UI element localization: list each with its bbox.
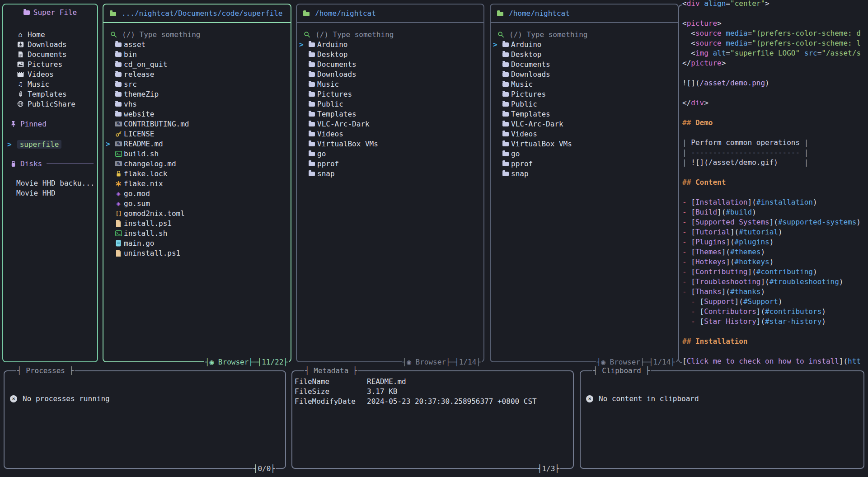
file-name: Templates bbox=[511, 110, 550, 118]
file-row[interactable]: go bbox=[491, 149, 677, 159]
search-icon bbox=[109, 30, 117, 38]
folder-icon bbox=[308, 140, 316, 148]
file-row[interactable]: VLC-Arc-Dark bbox=[491, 119, 677, 129]
file-panel-2[interactable]: /home/nightcat(/) Type something>Arduino… bbox=[296, 4, 484, 362]
file-name: Desktop bbox=[511, 50, 541, 59]
file-row[interactable]: main.go bbox=[103, 238, 290, 248]
file-row[interactable]: Videos bbox=[297, 129, 483, 139]
file-row[interactable]: bin bbox=[103, 49, 290, 59]
file-row[interactable]: Videos bbox=[491, 129, 677, 139]
file-name: pprof bbox=[511, 159, 533, 168]
sidebar-item-home[interactable]: ⌂Home bbox=[3, 29, 97, 39]
preview-line: - [Troubleshooting](#troubleshooting) bbox=[682, 277, 868, 287]
file-row[interactable]: M↓CONTRIBUTING.md bbox=[103, 119, 290, 129]
file-row[interactable]: themeZip bbox=[103, 89, 290, 99]
file-row[interactable]: website bbox=[103, 109, 290, 119]
sidebar-item-music[interactable]: ♫Music bbox=[3, 79, 97, 89]
file-row[interactable]: uninstall.ps1 bbox=[103, 248, 290, 258]
file-row[interactable]: Public bbox=[297, 99, 483, 109]
key-icon bbox=[114, 130, 122, 138]
file-row[interactable]: Downloads bbox=[491, 69, 677, 79]
file-row[interactable]: Music bbox=[297, 79, 483, 89]
folder-icon bbox=[114, 100, 122, 108]
disk-item[interactable]: Movie HHD backu... bbox=[3, 178, 97, 188]
file-row[interactable]: []gomod2nix.toml bbox=[103, 208, 290, 218]
file-name: Pictures bbox=[511, 90, 546, 98]
file-panel-1[interactable]: .../nightcat/Documents/code/superfile(/)… bbox=[103, 4, 291, 362]
file-row[interactable]: Documents bbox=[491, 59, 677, 69]
file-row[interactable]: install.sh bbox=[103, 228, 290, 238]
file-row[interactable]: Desktop bbox=[297, 49, 483, 59]
file-row[interactable]: Pictures bbox=[491, 89, 677, 99]
file-row[interactable]: snap bbox=[297, 168, 483, 178]
file-name: VLC-Arc-Dark bbox=[511, 120, 563, 128]
file-name: cd_on_quit bbox=[124, 60, 167, 69]
file-row[interactable]: Documents bbox=[297, 59, 483, 69]
sidebar-item-templates[interactable]: Templates bbox=[3, 89, 97, 99]
file-row[interactable]: VirtualBox VMs bbox=[491, 139, 677, 149]
file-row[interactable]: build.sh bbox=[103, 149, 290, 159]
sidebar-item-videos[interactable]: Videos bbox=[3, 69, 97, 79]
file-row[interactable]: >Arduino bbox=[297, 39, 483, 49]
metadata-key: FileName bbox=[295, 377, 329, 386]
file-row[interactable]: Desktop bbox=[491, 49, 677, 59]
folder-icon bbox=[308, 60, 316, 68]
search-input[interactable]: (/) Type something bbox=[297, 29, 483, 39]
processes-empty-row: × No processes running bbox=[10, 394, 110, 403]
folder-icon bbox=[114, 90, 122, 98]
file-row[interactable]: Templates bbox=[491, 109, 677, 119]
preview-line: - [Installation](#installation) bbox=[682, 197, 868, 207]
file-row[interactable]: VLC-Arc-Dark bbox=[297, 119, 483, 129]
preview-line: [Click me to check on how to install](ht… bbox=[682, 356, 868, 366]
search-input[interactable]: (/) Type something bbox=[103, 29, 290, 39]
preview-line: ![](/asset/demo.png) bbox=[682, 78, 868, 88]
sidebar-item-documents[interactable]: Documents bbox=[3, 49, 97, 59]
cursor-icon: > bbox=[299, 40, 304, 49]
download-icon bbox=[16, 41, 25, 48]
sidebar-section-disks: Disks bbox=[3, 159, 97, 168]
file-row[interactable]: *flake.nix bbox=[103, 178, 290, 188]
file-row[interactable]: release bbox=[103, 69, 290, 79]
file-row[interactable]: vhs bbox=[103, 99, 290, 109]
file-panel-3[interactable]: /home/nightcat(/) Type something>Arduino… bbox=[490, 4, 679, 362]
file-name: Templates bbox=[317, 110, 357, 118]
file-row[interactable]: Templates bbox=[297, 109, 483, 119]
file-row[interactable]: asset bbox=[103, 39, 290, 49]
preview-line: - [Contributing](#contributing) bbox=[682, 267, 868, 277]
sidebar-item-publicshare[interactable]: PublicShare bbox=[3, 99, 97, 109]
file-row[interactable]: Pictures bbox=[297, 89, 483, 99]
file-row[interactable]: Music bbox=[491, 79, 677, 89]
file-name: snap bbox=[317, 169, 335, 178]
sidebar-item-pictures[interactable]: Pictures bbox=[3, 59, 97, 69]
file-row[interactable]: cd_on_quit bbox=[103, 59, 290, 69]
folder-icon bbox=[114, 60, 122, 68]
pinned-item-superfile[interactable]: > superfile bbox=[3, 139, 97, 149]
sidebar-item-downloads[interactable]: Downloads bbox=[3, 39, 97, 49]
file-row[interactable]: pprof bbox=[491, 159, 677, 168]
file-name: release bbox=[124, 70, 154, 79]
markdown-icon: M↓ bbox=[114, 140, 122, 148]
file-name: go bbox=[511, 150, 520, 158]
search-input[interactable]: (/) Type something bbox=[491, 29, 677, 39]
folder-icon bbox=[502, 70, 510, 78]
disk-item[interactable]: Movie HHD bbox=[3, 188, 97, 198]
file-row[interactable]: LICENSE bbox=[103, 129, 290, 139]
file-row[interactable]: >Arduino bbox=[491, 39, 677, 49]
file-row[interactable]: pprof bbox=[297, 159, 483, 168]
file-row[interactable]: >M↓README.md bbox=[103, 139, 290, 149]
file-row[interactable]: snap bbox=[491, 168, 677, 178]
file-row[interactable]: install.ps1 bbox=[103, 218, 290, 228]
file-row[interactable]: ◈go.mod bbox=[103, 188, 290, 198]
file-row[interactable]: Downloads bbox=[297, 69, 483, 79]
folder-icon bbox=[502, 169, 510, 178]
music-icon: ♫ bbox=[16, 80, 25, 88]
file-row[interactable]: flake.lock bbox=[103, 168, 290, 178]
file-row[interactable]: go bbox=[297, 149, 483, 159]
file-row[interactable]: ◈go.sum bbox=[103, 198, 290, 208]
file-row[interactable]: src bbox=[103, 79, 290, 89]
sidebar-item-label: PublicShare bbox=[28, 100, 75, 108]
shell-icon bbox=[114, 229, 122, 237]
file-row[interactable]: VirtualBox VMs bbox=[297, 139, 483, 149]
file-row[interactable]: Public bbox=[491, 99, 677, 109]
file-row[interactable]: M↓changelog.md bbox=[103, 159, 290, 168]
